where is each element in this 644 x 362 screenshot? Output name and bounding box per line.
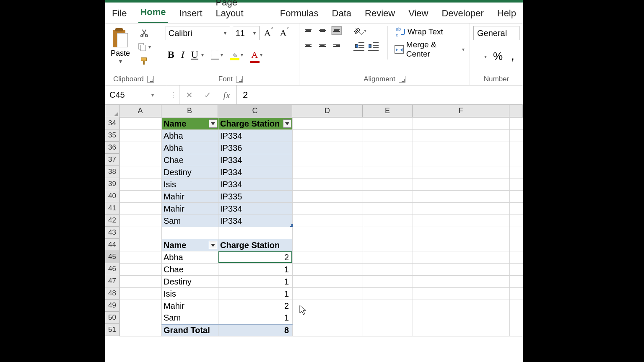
increase-indent-button[interactable] bbox=[368, 41, 379, 50]
table-row[interactable]: IP336 bbox=[218, 142, 293, 154]
paste-dropdown-icon[interactable]: ▾ bbox=[119, 58, 122, 65]
table-row[interactable]: Mahir bbox=[162, 191, 218, 203]
cell[interactable] bbox=[510, 166, 523, 178]
orientation-dropdown-icon[interactable]: ▾ bbox=[364, 28, 366, 34]
table-row[interactable]: IP334 bbox=[218, 166, 293, 178]
table-row[interactable]: Mahir bbox=[162, 203, 218, 215]
cell[interactable] bbox=[120, 203, 162, 215]
cell[interactable] bbox=[510, 142, 523, 154]
cancel-formula-button[interactable]: ✕ bbox=[180, 85, 198, 104]
pivot-row-value[interactable]: 1 bbox=[218, 264, 293, 276]
table-header-charge[interactable]: Charge Station bbox=[218, 118, 293, 130]
font-name-input[interactable] bbox=[166, 28, 221, 38]
cell[interactable] bbox=[510, 300, 523, 312]
cell[interactable] bbox=[218, 227, 293, 239]
decrease-font-button[interactable]: A˅ bbox=[278, 26, 291, 40]
cell[interactable] bbox=[120, 276, 162, 288]
row-head-44[interactable]: 44 bbox=[105, 239, 119, 251]
formula-input[interactable] bbox=[237, 85, 523, 104]
cell[interactable] bbox=[510, 118, 523, 130]
cell[interactable] bbox=[120, 312, 162, 324]
row-head-51[interactable]: 51 bbox=[105, 324, 119, 336]
accounting-format-button[interactable] bbox=[473, 52, 483, 61]
name-box-input[interactable] bbox=[105, 90, 151, 100]
cell[interactable] bbox=[363, 227, 413, 239]
cell[interactable] bbox=[293, 288, 363, 300]
col-head-d[interactable]: D bbox=[292, 105, 363, 117]
cell[interactable] bbox=[120, 251, 162, 264]
cell[interactable] bbox=[413, 227, 510, 239]
cell[interactable] bbox=[120, 239, 162, 251]
cell[interactable] bbox=[363, 264, 413, 276]
cell[interactable] bbox=[293, 178, 363, 191]
cell[interactable] bbox=[293, 191, 363, 203]
table-row[interactable]: Sam bbox=[162, 215, 218, 227]
align-middle-button[interactable] bbox=[317, 26, 328, 35]
cell[interactable] bbox=[120, 178, 162, 191]
cell[interactable] bbox=[413, 276, 510, 288]
cell[interactable] bbox=[413, 215, 510, 227]
table-row[interactable]: Isis bbox=[162, 178, 218, 191]
cell[interactable] bbox=[120, 227, 162, 239]
cell[interactable] bbox=[510, 276, 523, 288]
table-row[interactable]: Chae bbox=[162, 154, 218, 166]
cell[interactable] bbox=[510, 288, 523, 300]
cell[interactable] bbox=[510, 130, 523, 142]
tab-data[interactable]: Data bbox=[330, 6, 353, 23]
table-row[interactable]: IP334 bbox=[218, 215, 293, 227]
cell[interactable] bbox=[293, 251, 363, 264]
filter-icon[interactable] bbox=[283, 119, 291, 128]
cell[interactable] bbox=[510, 178, 523, 191]
tab-page-layout[interactable]: Page Layout bbox=[214, 0, 268, 23]
cell[interactable] bbox=[413, 251, 510, 264]
cell[interactable] bbox=[413, 312, 510, 324]
cell[interactable] bbox=[510, 154, 523, 166]
cell[interactable] bbox=[363, 312, 413, 324]
row-head-49[interactable]: 49 bbox=[105, 300, 119, 312]
borders-dropdown-icon[interactable]: ▾ bbox=[221, 52, 223, 58]
col-head-f[interactable]: F bbox=[413, 105, 509, 117]
fill-color-dropdown-icon[interactable]: ▾ bbox=[241, 52, 243, 58]
row-head-48[interactable]: 48 bbox=[105, 287, 119, 300]
filter-icon[interactable] bbox=[209, 241, 217, 249]
cell[interactable] bbox=[363, 130, 413, 142]
pivot-header-value[interactable]: Charge Station bbox=[218, 239, 293, 251]
select-all-corner[interactable] bbox=[105, 105, 119, 117]
cell[interactable] bbox=[413, 130, 510, 142]
row-head-39[interactable]: 39 bbox=[105, 178, 119, 190]
cell[interactable] bbox=[363, 178, 413, 191]
col-head-b[interactable]: B bbox=[161, 105, 218, 117]
cell[interactable] bbox=[293, 239, 363, 251]
number-format-combo[interactable]: General bbox=[473, 26, 519, 40]
pivot-row-label[interactable]: Destiny bbox=[162, 276, 218, 288]
align-center-button[interactable] bbox=[317, 41, 328, 50]
cell[interactable] bbox=[293, 227, 363, 239]
merge-center-button[interactable]: Merge & Center ▾ bbox=[393, 39, 466, 59]
cell[interactable] bbox=[510, 227, 523, 239]
cell[interactable] bbox=[510, 191, 523, 203]
row-head-42[interactable]: 42 bbox=[105, 215, 119, 227]
comma-format-button[interactable]: , bbox=[509, 49, 516, 64]
row-head-41[interactable]: 41 bbox=[105, 202, 119, 215]
pivot-grand-total-value[interactable]: 8 bbox=[218, 324, 293, 336]
cell[interactable] bbox=[293, 215, 363, 227]
cell[interactable] bbox=[120, 154, 162, 166]
font-name-dropdown-icon[interactable]: ▾ bbox=[221, 30, 230, 36]
orientation-button[interactable] bbox=[354, 26, 363, 35]
align-bottom-button[interactable] bbox=[331, 26, 342, 35]
align-top-button[interactable] bbox=[303, 26, 314, 35]
table-row[interactable]: IP334 bbox=[218, 178, 293, 191]
row-head-40[interactable]: 40 bbox=[105, 190, 119, 202]
pivot-row-label[interactable]: Chae bbox=[162, 264, 218, 276]
cell[interactable] bbox=[413, 239, 510, 251]
col-head-c[interactable]: C bbox=[218, 105, 292, 117]
cell[interactable] bbox=[413, 203, 510, 215]
cell[interactable] bbox=[363, 239, 413, 251]
cell[interactable] bbox=[413, 264, 510, 276]
font-dialog-launcher[interactable] bbox=[236, 76, 243, 83]
tab-insert[interactable]: Insert bbox=[178, 6, 204, 23]
cell[interactable] bbox=[510, 251, 523, 264]
cell[interactable] bbox=[363, 276, 413, 288]
tab-file[interactable]: File bbox=[110, 6, 128, 23]
alignment-dialog-launcher[interactable] bbox=[399, 76, 405, 83]
